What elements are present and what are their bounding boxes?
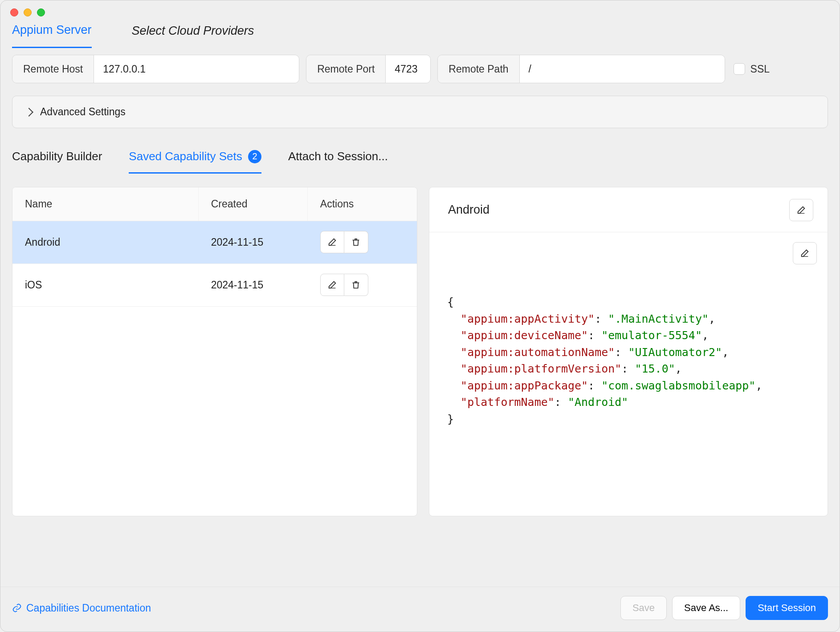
advanced-settings-label: Advanced Settings — [40, 106, 126, 118]
remote-path-group: Remote Path — [437, 55, 725, 83]
doc-link-label: Capabilities Documentation — [26, 602, 151, 614]
content-row: Name Created Actions Android2024-11-15iO… — [0, 174, 840, 516]
table-header: Name Created Actions — [12, 187, 417, 221]
row-name: iOS — [12, 279, 199, 291]
tab-select-cloud-providers[interactable]: Select Cloud Providers — [132, 24, 254, 48]
minimize-window-button[interactable] — [24, 8, 32, 16]
chevron-right-icon — [24, 108, 33, 117]
top-tabs: Appium Server Select Cloud Providers — [0, 16, 840, 48]
edit-row-button[interactable] — [320, 231, 344, 253]
saved-count-badge: 2 — [248, 150, 261, 163]
advanced-settings-toggle[interactable]: Advanced Settings — [12, 96, 828, 128]
trash-icon — [351, 237, 361, 247]
remote-path-label: Remote Path — [438, 55, 519, 83]
edit-json-button[interactable] — [793, 242, 817, 264]
tab-capability-builder[interactable]: Capability Builder — [12, 150, 102, 174]
remote-host-group: Remote Host — [12, 55, 299, 83]
capability-detail-panel: Android { "appium:appActivity": ".MainAc… — [429, 187, 828, 516]
table-body: Android2024-11-15iOS2024-11-15 — [12, 221, 417, 307]
detail-title: Android — [448, 203, 489, 217]
remote-host-label: Remote Host — [12, 55, 94, 83]
row-created: 2024-11-15 — [199, 236, 308, 248]
capabilities-doc-link[interactable]: Capabilities Documentation — [12, 602, 151, 614]
footer-buttons: Save Save As... Start Session — [620, 596, 828, 620]
row-created: 2024-11-15 — [199, 279, 308, 291]
start-session-button[interactable]: Start Session — [746, 596, 828, 620]
header-actions: Actions — [308, 187, 417, 221]
header-name: Name — [12, 187, 199, 221]
remote-host-input[interactable] — [94, 55, 299, 83]
capability-tabs: Capability Builder Saved Capability Sets… — [0, 128, 840, 174]
pencil-icon — [796, 205, 806, 215]
save-button[interactable]: Save — [620, 596, 667, 620]
table-row[interactable]: Android2024-11-15 — [12, 221, 417, 264]
pencil-icon — [800, 248, 810, 258]
delete-row-button[interactable] — [344, 231, 368, 253]
remote-path-input[interactable] — [520, 55, 725, 83]
json-view: { "appium:appActivity": ".MainActivity",… — [447, 294, 810, 427]
row-actions — [308, 231, 417, 253]
close-window-button[interactable] — [10, 8, 18, 16]
pencil-icon — [327, 237, 337, 247]
detail-header: Android — [429, 187, 828, 232]
maximize-window-button[interactable] — [37, 8, 45, 16]
link-icon — [12, 603, 22, 613]
remote-port-input[interactable] — [386, 55, 430, 83]
save-as-button[interactable]: Save As... — [672, 596, 740, 620]
tab-saved-capability-sets[interactable]: Saved Capability Sets 2 — [129, 150, 261, 174]
ssl-checkbox[interactable] — [734, 63, 745, 75]
row-name: Android — [12, 236, 199, 248]
table-row[interactable]: iOS2024-11-15 — [12, 264, 417, 307]
remote-port-group: Remote Port — [306, 55, 431, 83]
tab-appium-server[interactable]: Appium Server — [12, 23, 92, 48]
connection-row: Remote Host Remote Port Remote Path SSL — [0, 48, 840, 83]
trash-icon — [351, 280, 361, 290]
footer: Capabilities Documentation Save Save As.… — [0, 587, 840, 632]
pencil-icon — [327, 280, 337, 290]
header-created: Created — [199, 187, 308, 221]
saved-sets-table: Name Created Actions Android2024-11-15iO… — [12, 187, 417, 516]
edit-title-button[interactable] — [789, 199, 813, 221]
delete-row-button[interactable] — [344, 274, 368, 296]
tab-saved-label: Saved Capability Sets — [129, 150, 242, 163]
ssl-group: SSL — [734, 63, 770, 75]
remote-port-label: Remote Port — [306, 55, 386, 83]
tab-attach-to-session[interactable]: Attach to Session... — [288, 150, 388, 174]
app-window: Appium Server Select Cloud Providers Rem… — [0, 0, 840, 632]
ssl-label: SSL — [750, 63, 770, 75]
traffic-lights — [0, 0, 840, 16]
edit-row-button[interactable] — [320, 274, 344, 296]
detail-body: { "appium:appActivity": ".MainActivity",… — [429, 232, 828, 516]
row-actions — [308, 274, 417, 296]
